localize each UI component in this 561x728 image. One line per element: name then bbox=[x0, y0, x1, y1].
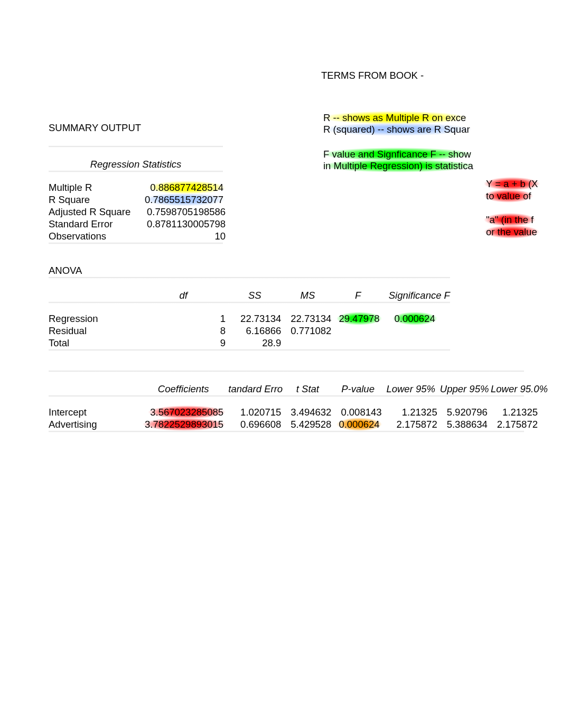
anova-regression-label: Regression bbox=[49, 312, 138, 325]
coef-header-pvalue: P-value bbox=[334, 383, 382, 395]
regression-statistics-header: Regression Statistics bbox=[49, 158, 223, 170]
anova-header-df: df bbox=[141, 289, 226, 301]
coef-header-stderr: tandard Erro bbox=[228, 383, 281, 395]
anova-header-ss: SS bbox=[228, 289, 281, 301]
coef-intercept-u95: 5.920796 bbox=[440, 406, 488, 418]
anova-title: ANOVA bbox=[49, 264, 556, 277]
regression-output: SUMMARY OUTPUT Regression Statistics Mul… bbox=[49, 69, 556, 443]
anova-regression-ss: 22.73134 bbox=[228, 312, 281, 325]
summary-output-title: SUMMARY OUTPUT bbox=[49, 122, 556, 134]
anova-residual-df: 8 bbox=[141, 325, 226, 337]
anova-regression-df: 1 bbox=[141, 312, 226, 325]
coef-advertising-u95: 5.388634 bbox=[440, 418, 488, 430]
label-observations: Observations bbox=[49, 230, 138, 242]
coef-advertising-se: 0.696608 bbox=[228, 418, 281, 430]
anova-total-df: 9 bbox=[141, 337, 226, 349]
anova-residual-ss: 6.16866 bbox=[228, 325, 281, 337]
value-adj-r-square: 0.7598705198586 bbox=[141, 206, 226, 218]
anova-residual-ms: 0.771082 bbox=[284, 325, 331, 337]
coef-header-upper95: Upper 95% bbox=[440, 383, 488, 395]
coef-advertising-tstat: 5.429528 bbox=[284, 418, 331, 430]
coef-intercept-label: Intercept bbox=[49, 406, 138, 418]
coef-header-tstat: t Stat bbox=[284, 383, 331, 395]
anova-header-sigf: Significance F bbox=[385, 289, 464, 301]
value-multiple-r: 0.886877428514 bbox=[148, 181, 226, 194]
coef-header-lower95: Lower 95% bbox=[385, 383, 437, 395]
coef-header-coefficients: Coefficients bbox=[141, 383, 226, 395]
anova-header-ms: MS bbox=[284, 289, 331, 301]
label-adj-r-square: Adjusted R Square bbox=[49, 206, 138, 218]
coef-advertising-l95: 2.175872 bbox=[385, 418, 437, 430]
coef-advertising-label: Advertising bbox=[49, 418, 138, 430]
coef-advertising-pval: 0.000624 bbox=[336, 418, 381, 431]
coef-header-lower950: Lower 95.0% bbox=[490, 383, 548, 395]
value-std-error: 0.8781130005798 bbox=[141, 218, 226, 230]
anova-total-ss: 28.9 bbox=[228, 337, 281, 349]
coef-intercept-l95: 1.21325 bbox=[385, 406, 437, 418]
anova-regression-f: 29.47978 bbox=[336, 312, 381, 325]
label-multiple-r: Multiple R bbox=[49, 181, 138, 193]
coef-intercept-l950: 1.21325 bbox=[490, 406, 538, 418]
coef-intercept-tstat: 3.494632 bbox=[284, 406, 331, 418]
coef-intercept-pval: 0.008143 bbox=[334, 406, 382, 418]
label-r-square: R Square bbox=[49, 193, 138, 206]
coef-advertising-l950: 2.175872 bbox=[490, 418, 538, 430]
anova-header-f: F bbox=[334, 289, 382, 301]
coef-advertising-coef: 3.7822529893015 bbox=[143, 418, 226, 431]
label-std-error: Standard Error bbox=[49, 218, 138, 230]
anova-total-label: Total bbox=[49, 337, 138, 349]
value-observations: 10 bbox=[141, 230, 226, 242]
anova-residual-label: Residual bbox=[49, 325, 138, 337]
coef-intercept-se: 1.020715 bbox=[228, 406, 281, 418]
anova-regression-ms: 22.73134 bbox=[284, 312, 331, 325]
coef-intercept-coef: 3.567023285085 bbox=[148, 406, 226, 419]
value-r-square: 0.7865515732077 bbox=[143, 193, 226, 206]
anova-regression-sigf: 0.000624 bbox=[392, 312, 437, 325]
